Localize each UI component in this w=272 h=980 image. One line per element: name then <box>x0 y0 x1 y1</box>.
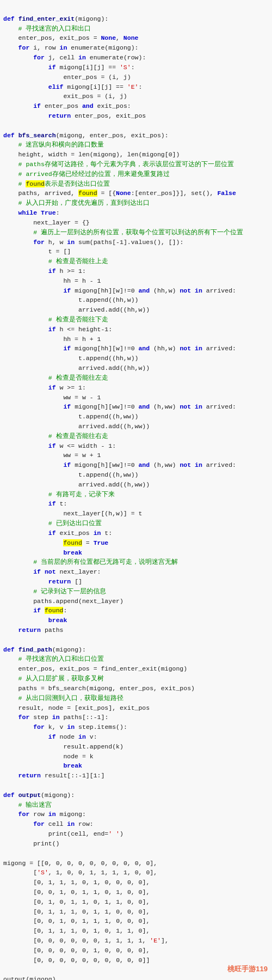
code-block: def find_enter_exit(migong): # 寻找迷宫的入口和出… <box>3 14 269 980</box>
code-container: def find_enter_exit(migong): # 寻找迷宫的入口和出… <box>0 0 272 980</box>
